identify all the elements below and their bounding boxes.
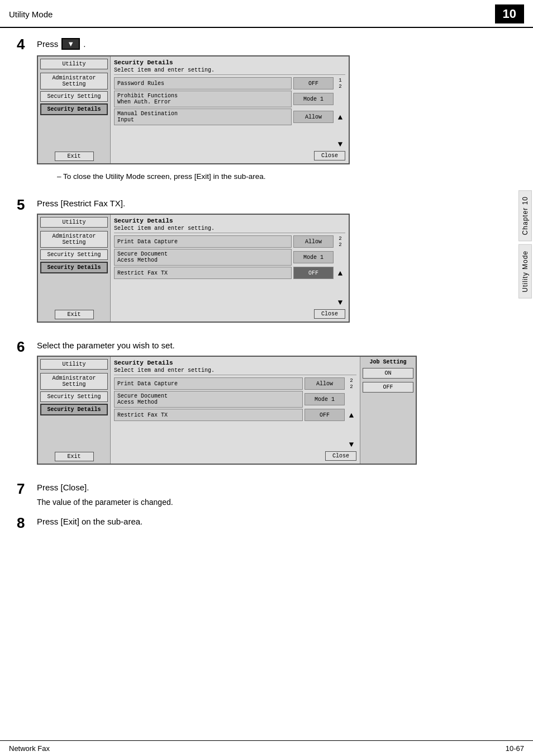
row-label-3-2: Secure DocumentAcess Method: [114, 391, 303, 408]
row-label-2-1: Print Data Capture: [114, 235, 292, 248]
sidebar-admin-1: AdministratorSetting: [40, 73, 108, 89]
scroll-down-row-2: ▼: [114, 298, 345, 307]
scroll-down-row-1: ▼: [114, 140, 345, 149]
down-arrow-3[interactable]: ▼: [346, 440, 356, 449]
page-footer: Network Fax 10-67: [0, 740, 533, 756]
page-title: Utility Mode: [9, 10, 53, 19]
sidebar-utility-2: Utility: [40, 217, 108, 228]
row-label-1-2: Prohibit FunctionsWhen Auth. Error: [114, 91, 292, 107]
screen-row-3-2: Secure DocumentAcess Method Mode 1: [114, 391, 356, 408]
sidebar-exit-3[interactable]: Exit: [55, 452, 94, 461]
step-7-content: Press [Close]. The value of the paramete…: [37, 483, 516, 507]
step-6-content: Select the parameter you wish to set. Ut…: [37, 341, 516, 472]
step-4-instruction: Press ▼ .: [37, 38, 516, 50]
job-setting-off[interactable]: OFF: [363, 382, 413, 393]
step-5-block: 5 Press [Restrict Fax TX]. Utility Admin…: [17, 199, 516, 330]
screen-bottom-2: Close: [114, 309, 345, 319]
screen-row-1-1: Password Rules OFF 1 2: [114, 77, 345, 89]
screen-sidebar-2: Utility AdministratorSetting Security Se…: [38, 215, 111, 322]
step-6-instruction: Select the parameter you wish to set.: [37, 341, 516, 350]
screen-content-3: Print Data Capture Allow 2 2 Secure Docu…: [114, 377, 356, 450]
step-4-number: 4: [17, 36, 37, 53]
close-btn-1[interactable]: Close: [314, 151, 345, 160]
step-4-block: 4 Press ▼ . Utility AdministratorSetting…: [17, 38, 516, 188]
job-setting-title: Job Setting: [363, 359, 413, 365]
row-value-1-1: OFF: [293, 77, 334, 89]
down-arrow-1[interactable]: ▼: [335, 140, 345, 149]
footer-right: 10-67: [506, 744, 524, 753]
screen-subtitle-3: Select item and enter setting.: [114, 367, 356, 375]
step-7-note: The value of the parameter is changed.: [37, 498, 516, 507]
screen-title-2: Security Details: [114, 218, 345, 224]
screen-mockup-3: Utility AdministratorSetting Security Se…: [37, 356, 417, 465]
screen-bottom-3: Close: [114, 451, 356, 461]
sidebar-security-setting-2: Security Setting: [40, 249, 108, 260]
row-value-2-3: OFF: [293, 267, 334, 279]
screen-title-1: Security Details: [114, 59, 345, 66]
screen-sidebar-3: Utility AdministratorSetting Security Se…: [38, 357, 111, 464]
step-6-block: 6 Select the parameter you wish to set. …: [17, 341, 516, 472]
screen-row-3-3: Restrict Fax TX OFF ▲: [114, 409, 356, 421]
row-label-1-1: Password Rules: [114, 77, 292, 89]
step-4-sub-note: To close the Utility Mode screen, press …: [57, 172, 516, 181]
screen-sidebar-1: Utility AdministratorSetting Security Se…: [38, 56, 111, 163]
sidebar-security-details-1: Security Details: [40, 103, 108, 115]
scroll-arrows-1: ▲: [335, 112, 345, 122]
sidebar-admin-3: AdministratorSetting: [40, 373, 108, 390]
screen-content-1: Password Rules OFF 1 2 Prohibit Function…: [114, 77, 345, 150]
step-8-number: 8: [17, 514, 37, 532]
row-label-1-3: Manual DestinationInput: [114, 108, 292, 125]
sidebar-admin-2: AdministratorSetting: [40, 231, 108, 248]
close-btn-3[interactable]: Close: [325, 451, 356, 461]
sidebar-utility-3: Utility: [40, 359, 108, 370]
sidebar-utility-1: Utility: [40, 59, 108, 69]
screen-subtitle-2: Select item and enter setting.: [114, 225, 345, 233]
sidebar-security-setting-3: Security Setting: [40, 391, 108, 402]
mode-label: Utility Mode: [518, 244, 532, 299]
step-4-content: Press ▼ . Utility AdministratorSetting S…: [37, 38, 516, 188]
screen-row-1-2: Prohibit FunctionsWhen Auth. Error Mode …: [114, 91, 345, 107]
row-label-3-3: Restrict Fax TX: [114, 409, 303, 421]
sidebar-security-details-2: Security Details: [40, 262, 108, 273]
step-8-block: 8 Press [Exit] on the sub-area.: [17, 517, 516, 532]
down-arrow-2[interactable]: ▼: [335, 298, 345, 307]
screen-row-2-2: Secure DocumentAcess Method Mode 1: [114, 249, 345, 266]
step-5-number: 5: [17, 196, 37, 214]
scroll-3: 2 2: [346, 377, 356, 390]
row-value-3-1: Allow: [304, 377, 345, 390]
row-label-2-3: Restrict Fax TX: [114, 267, 292, 279]
sidebar-exit-2[interactable]: Exit: [55, 310, 94, 319]
row-value-2-2: Mode 1: [293, 251, 334, 263]
row-value-3-3: OFF: [304, 409, 345, 421]
step-7-instruction: Press [Close].: [37, 483, 516, 492]
job-setting-on[interactable]: ON: [363, 368, 413, 379]
chapter-number: 10: [495, 4, 524, 23]
close-btn-2[interactable]: Close: [314, 309, 345, 319]
scroll-2: 2 2: [335, 235, 345, 248]
chapter-sidebar: Chapter 10 Utility Mode: [517, 190, 533, 299]
screen-row-1-3: Manual DestinationInput Allow ▲: [114, 108, 345, 125]
screen-row-2-1: Print Data Capture Allow 2 2: [114, 235, 345, 248]
up-arrow-3[interactable]: ▲: [349, 411, 354, 420]
scroll-arrows-2: ▲: [335, 268, 345, 278]
screen-row-3-1: Print Data Capture Allow 2 2: [114, 377, 356, 390]
sidebar-exit-1[interactable]: Exit: [55, 152, 94, 161]
page-header: Utility Mode 10: [0, 0, 533, 28]
sidebar-security-details-3: Security Details: [40, 404, 108, 415]
screen-main-3: Security Details Select item and enter s…: [111, 357, 360, 464]
main-content: 4 Press ▼ . Utility AdministratorSetting…: [0, 28, 533, 553]
row-value-2-1: Allow: [293, 235, 334, 248]
job-setting-panel: Job Setting ON OFF: [360, 357, 416, 464]
chapter-label: Chapter 10: [518, 190, 532, 241]
utility-button-icon: ▼: [61, 38, 80, 50]
up-arrow-1[interactable]: ▲: [338, 113, 342, 122]
scroll-arrows-3: ▲: [346, 410, 356, 420]
screen-content-2: Print Data Capture Allow 2 2 Secure Docu…: [114, 235, 345, 308]
step-8-instruction: Press [Exit] on the sub-area.: [37, 517, 516, 526]
step-8-content: Press [Exit] on the sub-area.: [37, 517, 516, 532]
row-label-2-2: Secure DocumentAcess Method: [114, 249, 292, 266]
step-6-number: 6: [17, 338, 37, 356]
footer-left: Network Fax: [9, 744, 50, 753]
row-label-3-1: Print Data Capture: [114, 377, 303, 390]
up-arrow-2[interactable]: ▲: [338, 269, 342, 278]
